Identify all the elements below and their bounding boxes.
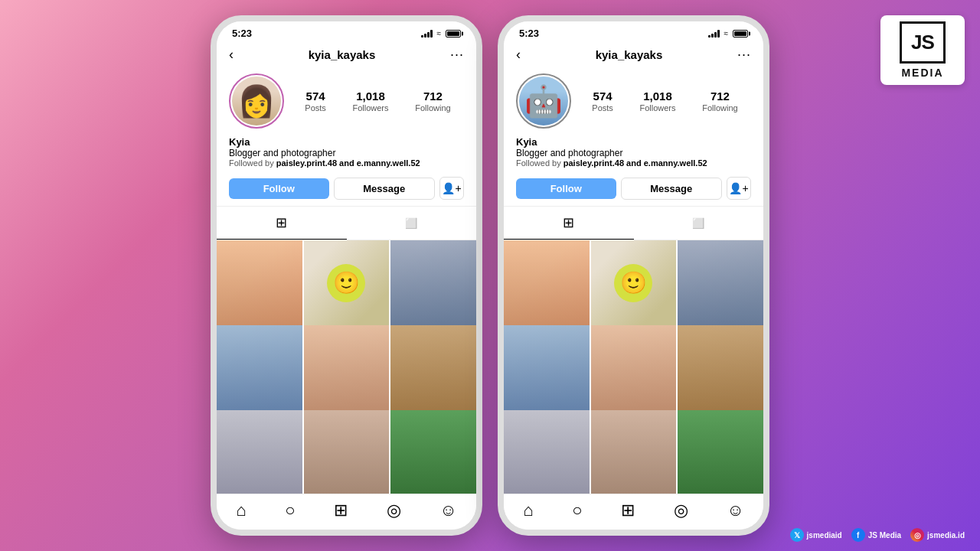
back-button-1[interactable]: ‹ (229, 47, 234, 63)
add-user-button-1[interactable]: 👤+ (439, 177, 464, 200)
message-button-2[interactable]: Message (621, 178, 723, 200)
posts-number-2: 574 (593, 90, 612, 103)
posts-stat-2: 574 Posts (592, 90, 613, 112)
shop-nav-2[interactable]: ◎ (674, 500, 688, 520)
more-button-1[interactable]: ··· (450, 47, 464, 63)
twitter-handle: jsmediaid (807, 531, 842, 540)
grid-cell-1-7 (217, 410, 302, 494)
add-user-button-2[interactable]: 👤+ (727, 177, 751, 200)
posts-label-2: Posts (592, 103, 613, 112)
followers-label-1: Followers (352, 103, 388, 112)
avatar-1: 👩 (229, 73, 284, 129)
page-wrapper: 5:23 ≈ ‹ kyia_kayak (0, 0, 980, 551)
following-number-1: 712 (423, 90, 443, 103)
shop-nav-1[interactable]: ◎ (387, 500, 401, 520)
search-nav-2[interactable]: ○ (572, 500, 582, 520)
twitter-social: 𝕏 jsmediaid (790, 528, 842, 542)
add-nav-2[interactable]: ⊞ (621, 500, 635, 520)
ig-header-2: ‹ kyia_kayaks ··· (504, 42, 763, 69)
status-bar-2: 5:23 ≈ (504, 21, 763, 42)
following-label-1: Following (415, 103, 450, 112)
grid-cell-1-3 (390, 240, 476, 326)
status-time-1: 5:23 (232, 28, 252, 39)
avatar-face-1: 👩 (237, 86, 276, 116)
twitter-icon: 𝕏 (790, 528, 804, 542)
back-button-2[interactable]: ‹ (516, 47, 521, 63)
grid-cell-1-1 (217, 240, 302, 326)
profile-nav-2[interactable]: ☺ (727, 500, 743, 520)
grid-tab-1[interactable]: ⊞ (217, 207, 347, 240)
status-icons-2: ≈ (708, 29, 749, 37)
tag-tab-2[interactable]: ◻️ (634, 207, 764, 240)
grid-cell-2-1 (504, 240, 590, 326)
bio-name-2: Kyia (516, 136, 751, 148)
bio-1: Kyia Blogger and photographer Followed b… (217, 135, 476, 174)
message-button-1[interactable]: Message (334, 178, 436, 200)
bio-followed-1: Followed by paisley.print.48 and e.manny… (229, 158, 464, 168)
grid-cell-1-2: 🙂 (304, 240, 390, 326)
person-icon-1: ◻️ (403, 215, 420, 232)
grid-cell-2-7 (504, 410, 590, 494)
phones-container: 5:23 ≈ ‹ kyia_kayak (211, 15, 769, 536)
facebook-handle: JS Media (868, 531, 901, 540)
instagram-social: ◎ jsmedia.id (910, 528, 965, 542)
instagram-icon: ◎ (910, 528, 924, 542)
js-logo-box: JS (900, 21, 946, 64)
followers-stat-1: 1,018 Followers (352, 90, 388, 112)
avatar-2: 🤖 (516, 73, 571, 129)
footer-social: 𝕏 jsmediaid f JS Media ◎ jsmedia.id (790, 528, 965, 542)
actions-2: Follow Message 👤+ (504, 174, 763, 206)
grid-tab-2[interactable]: ⊞ (504, 207, 634, 240)
phone-1-inner: 5:23 ≈ ‹ kyia_kayak (217, 21, 476, 530)
avatar-face-2: 🤖 (524, 86, 563, 116)
grid-cell-1-5 (304, 325, 390, 411)
add-nav-1[interactable]: ⊞ (334, 500, 348, 520)
following-stat-2: 712 Following (702, 90, 737, 112)
username-1: kyia_kayaks (309, 48, 376, 61)
follow-button-2[interactable]: Follow (516, 178, 616, 199)
battery-icon-2 (733, 30, 748, 37)
followers-label-2: Followers (639, 103, 675, 112)
photo-overlay-1-1 (217, 240, 302, 326)
status-bar-1: 5:23 ≈ (217, 21, 476, 42)
bio-name-1: Kyia (229, 136, 464, 148)
bio-desc-1: Blogger and photographer (229, 148, 464, 158)
profile-nav-1[interactable]: ☺ (439, 500, 456, 520)
battery-icon-1 (446, 30, 461, 37)
phone-1: 5:23 ≈ ‹ kyia_kayak (211, 15, 482, 536)
instagram-handle: jsmedia.id (927, 531, 965, 540)
grid-cell-2-8 (591, 410, 677, 494)
profile-section-2: 🤖 574 Posts 1,018 Followers 7 (504, 69, 763, 135)
photo-grid-1: 🙂 (217, 240, 476, 494)
person-icon-2: ◻️ (690, 215, 707, 232)
posts-stat-1: 574 Posts (305, 90, 326, 112)
add-user-icon-2: 👤+ (729, 182, 748, 194)
grid-cell-1-8 (304, 410, 390, 494)
tag-tab-1[interactable]: ◻️ (347, 207, 477, 240)
search-nav-1[interactable]: ○ (285, 500, 295, 520)
grid-cell-2-3 (678, 240, 763, 326)
more-button-2[interactable]: ··· (737, 47, 751, 63)
followers-number-2: 1,018 (643, 90, 672, 103)
photo-grid-2: 🙂 (504, 240, 763, 494)
home-nav-1[interactable]: ⌂ (236, 500, 246, 520)
signal-bars-1 (421, 30, 433, 37)
follow-button-1[interactable]: Follow (229, 178, 329, 199)
actions-1: Follow Message 👤+ (217, 174, 476, 206)
home-nav-2[interactable]: ⌂ (523, 500, 533, 520)
wifi-icon-2: ≈ (724, 29, 729, 37)
status-icons-1: ≈ (421, 29, 462, 37)
signal-bars-2 (708, 30, 720, 37)
facebook-social: f JS Media (851, 528, 901, 542)
followers-number-1: 1,018 (356, 90, 385, 103)
smiley-icon-2: 🙂 (614, 264, 652, 302)
grid-cell-2-6 (678, 325, 763, 411)
ig-header-1: ‹ kyia_kayaks ··· (217, 42, 476, 69)
grid-icon-1: ⊞ (276, 214, 287, 231)
js-media-subtitle: MEDIA (901, 67, 943, 79)
tabs-2: ⊞ ◻️ (504, 206, 763, 240)
username-2: kyia_kayaks (596, 48, 663, 61)
bio-2: Kyia Blogger and photographer Followed b… (504, 135, 763, 174)
profile-section-1: 👩 574 Posts 1,018 Followers 7 (217, 69, 476, 135)
following-number-2: 712 (710, 90, 730, 103)
